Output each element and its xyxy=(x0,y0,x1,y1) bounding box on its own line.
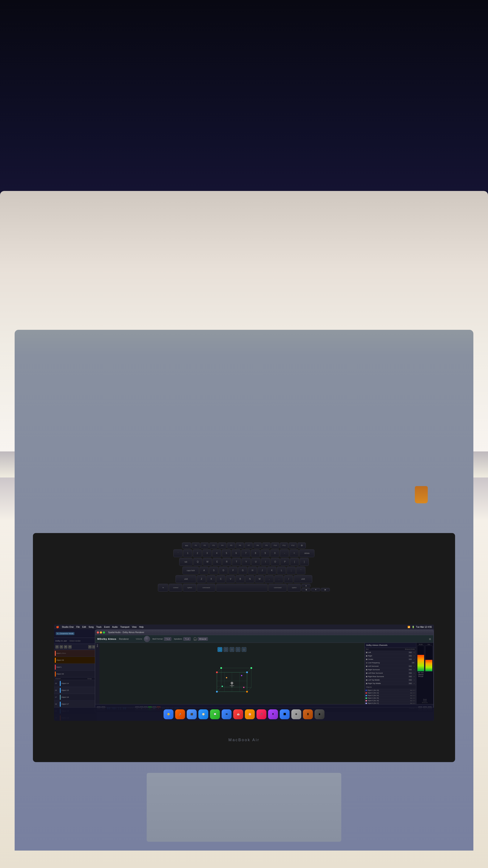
key-1[interactable]: 1 xyxy=(183,549,192,557)
key-slash[interactable]: / xyxy=(284,575,293,583)
key-semicolon[interactable]: ; xyxy=(287,567,296,575)
key-5[interactable]: 5 xyxy=(222,549,231,557)
shift-key-row: shift Z X C V B N M , . / shift xyxy=(17,575,471,583)
key-f5[interactable]: F5 xyxy=(227,542,235,549)
key-option-right[interactable]: option xyxy=(288,584,301,592)
drink-cup xyxy=(415,486,428,503)
key-power[interactable]: ⏻ xyxy=(298,542,306,549)
key-e[interactable]: E xyxy=(213,558,222,566)
key-a[interactable]: A xyxy=(199,567,208,575)
key-8[interactable]: 8 xyxy=(251,549,260,557)
key-n[interactable]: N xyxy=(245,575,254,583)
key-arrow-up[interactable]: ▲ xyxy=(301,584,311,587)
key-tab[interactable]: tab xyxy=(179,558,193,566)
key-equals[interactable]: = xyxy=(290,549,299,557)
key-f9[interactable]: F9 xyxy=(262,542,270,549)
key-7[interactable]: 7 xyxy=(241,549,250,557)
key-f3[interactable]: F3 xyxy=(209,542,218,549)
arrow-keys-container: ▲ ◀ ▼ ▶ xyxy=(301,584,330,592)
key-o[interactable]: O xyxy=(271,558,280,566)
trackpad[interactable] xyxy=(146,773,341,842)
key-caps-lock[interactable]: caps lock xyxy=(183,567,199,575)
key-fn[interactable]: fn xyxy=(158,584,168,592)
key-6[interactable]: 6 xyxy=(231,549,240,557)
key-4[interactable]: 4 xyxy=(212,549,221,557)
keyboard-area: esc F1 F2 F3 F4 F5 F6 F7 F8 F9 F10 F11 F… xyxy=(14,538,474,799)
key-r[interactable]: R xyxy=(222,558,231,566)
tab-key-row: tab Q W E R T Y U I O P [ ] xyxy=(17,558,471,566)
key-f7[interactable]: F7 xyxy=(245,542,253,549)
caps-key-row: caps lock A S D F G H J K L ; ' xyxy=(17,567,471,575)
key-f10[interactable]: F10 xyxy=(271,542,279,549)
key-k[interactable]: K xyxy=(267,567,276,575)
key-l[interactable]: L xyxy=(277,567,286,575)
keyboard-rows: esc F1 F2 F3 F4 F5 F6 F7 F8 F9 F10 F11 F… xyxy=(14,538,474,594)
key-m[interactable]: M xyxy=(255,575,264,583)
key-9[interactable]: 9 xyxy=(261,549,270,557)
key-0[interactable]: 0 xyxy=(270,549,279,557)
key-f[interactable]: F xyxy=(228,567,237,575)
key-g[interactable]: G xyxy=(238,567,247,575)
key-j[interactable]: J xyxy=(258,567,267,575)
key-control[interactable]: control xyxy=(169,584,182,592)
key-bracket-close[interactable]: ] xyxy=(300,558,309,566)
key-t[interactable]: T xyxy=(232,558,241,566)
fn-key-row: esc F1 F2 F3 F4 F5 F6 F7 F8 F9 F10 F11 F… xyxy=(17,542,471,549)
key-command-left[interactable]: command xyxy=(197,584,216,592)
key-shift-right[interactable]: shift xyxy=(294,575,312,583)
key-f8[interactable]: F8 xyxy=(254,542,262,549)
key-x[interactable]: X xyxy=(206,575,216,583)
key-esc[interactable]: esc xyxy=(182,542,191,549)
arrow-lr-container: ◀ ▼ ▶ xyxy=(301,588,330,591)
key-v[interactable]: V xyxy=(226,575,235,583)
key-period[interactable]: . xyxy=(274,575,283,583)
key-w[interactable]: W xyxy=(203,558,212,566)
key-c[interactable]: C xyxy=(216,575,225,583)
key-comma[interactable]: , xyxy=(265,575,274,583)
key-f11[interactable]: F11 xyxy=(280,542,288,549)
key-minus[interactable]: - xyxy=(280,549,289,557)
key-f2[interactable]: F2 xyxy=(200,542,209,549)
key-u[interactable]: U xyxy=(251,558,260,566)
key-d[interactable]: D xyxy=(219,567,228,575)
key-f12[interactable]: F12 xyxy=(289,542,297,549)
key-y[interactable]: Y xyxy=(241,558,251,566)
key-delete[interactable]: delete xyxy=(299,549,314,557)
key-shift-left[interactable]: shift xyxy=(175,575,196,583)
key-quote[interactable]: ' xyxy=(296,567,305,575)
key-bracket-open[interactable]: [ xyxy=(290,558,299,566)
key-backtick[interactable]: ` xyxy=(173,549,183,557)
modifier-key-row: fn control option command command option… xyxy=(17,584,471,592)
key-f4[interactable]: F4 xyxy=(218,542,226,549)
key-f6[interactable]: F6 xyxy=(236,542,244,549)
key-command-right[interactable]: command xyxy=(268,584,287,592)
key-i[interactable]: I xyxy=(261,558,270,566)
key-2[interactable]: 2 xyxy=(193,549,202,557)
number-key-row: ` 1 2 3 4 5 6 7 8 9 0 - = delete xyxy=(17,549,471,557)
key-f1[interactable]: F1 xyxy=(192,542,200,549)
key-z[interactable]: Z xyxy=(197,575,206,583)
key-arrow-left[interactable]: ◀ xyxy=(301,588,311,591)
key-3[interactable]: 3 xyxy=(202,549,212,557)
key-arrow-right[interactable]: ▶ xyxy=(321,588,330,591)
key-h[interactable]: H xyxy=(248,567,257,575)
key-arrow-down[interactable]: ▼ xyxy=(311,588,320,591)
key-b[interactable]: B xyxy=(236,575,245,583)
key-s[interactable]: S xyxy=(209,567,218,575)
key-q[interactable]: Q xyxy=(193,558,202,566)
key-option-left[interactable]: option xyxy=(183,584,196,592)
key-space[interactable] xyxy=(216,584,268,592)
key-p[interactable]: P xyxy=(280,558,289,566)
